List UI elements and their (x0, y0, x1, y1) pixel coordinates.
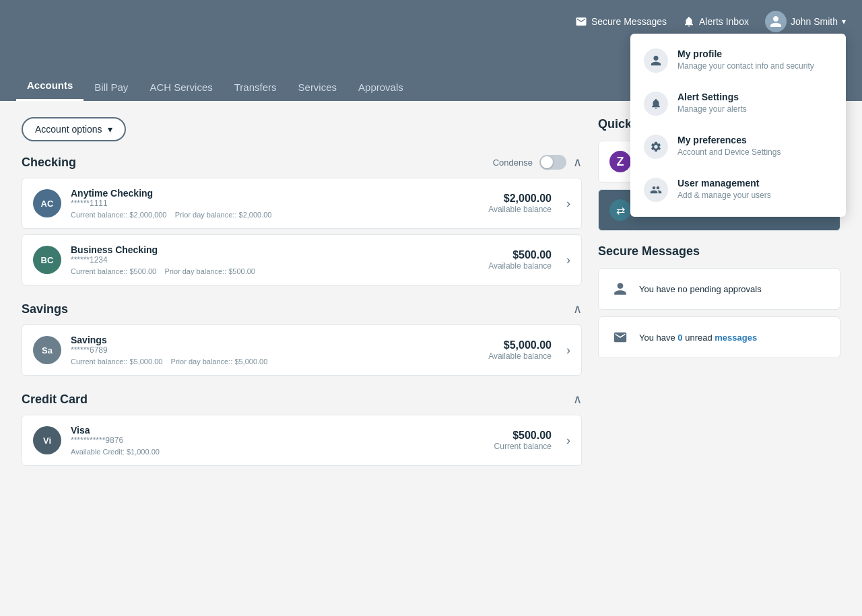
checking-collapse-button[interactable]: ∧ (573, 155, 582, 170)
account-info: Anytime Checking ******1111 Current bala… (71, 188, 479, 219)
credit-card-collapse-button[interactable]: ∧ (573, 392, 582, 407)
balance-details: Available Credit: $1,000.00 (71, 448, 485, 456)
zelle-icon: Z (609, 151, 631, 172)
nav-transfers[interactable]: Transfers (224, 73, 288, 101)
account-name: Visa (71, 425, 485, 436)
alerts-inbox-link[interactable]: Alerts Inbox (683, 15, 749, 28)
avatar: AC (33, 189, 61, 217)
savings-collapse-button[interactable]: ∧ (573, 302, 582, 316)
my-profile-description: Manage your contact info and security (677, 61, 814, 71)
balance-label: Current balance (494, 442, 552, 451)
header-top: Secure Messages Alerts Inbox John Smith … (0, 0, 862, 67)
account-number: ******1234 (71, 255, 479, 265)
chevron-right-icon: › (566, 343, 570, 357)
balance-label: Available balance (488, 351, 552, 361)
prior-day-balance-label: Prior day balance:: $2,000.00 (175, 211, 272, 219)
user-management-label: User management (677, 178, 771, 189)
balance-section: $2,000.00 Available balance (488, 193, 552, 214)
my-profile-text: My profile Manage your contact info and … (677, 48, 814, 71)
unread-messages-text: You have 0 unread messages (639, 333, 757, 343)
chevron-down-icon: ▾ (842, 17, 846, 26)
dropdown-item-user-management[interactable]: User management Add & manage your users (630, 168, 846, 211)
unread-suffix: unread (683, 333, 712, 343)
unread-prefix: You have (639, 333, 677, 343)
my-profile-label: My profile (677, 48, 814, 59)
secure-messages-title: Secure Messages (598, 244, 840, 259)
user-management-description: Add & manage your users (677, 191, 771, 200)
chevron-right-icon: › (566, 253, 570, 267)
nav-ach-services[interactable]: ACH Services (139, 73, 223, 101)
preferences-text: My preferences Account and Device Settin… (677, 135, 781, 158)
gear-icon (650, 141, 662, 153)
preferences-icon-wrapper (644, 135, 668, 159)
table-row[interactable]: Sa Savings ******6789 Current balance:: … (22, 324, 582, 376)
account-balance: $5,000.00 (488, 339, 552, 351)
account-number: ******1111 (71, 199, 479, 208)
chevron-right-icon: › (566, 434, 570, 448)
user-menu-button[interactable]: John Smith ▾ (765, 11, 846, 32)
balance-details: Current balance:: $5,000.00 Prior day ba… (71, 357, 479, 366)
alerts-inbox-label: Alerts Inbox (699, 16, 749, 27)
unread-count: 0 (677, 333, 682, 343)
dropdown-item-my-preferences[interactable]: My preferences Account and Device Settin… (630, 125, 846, 168)
credit-card-header: Credit Card ∧ (22, 392, 582, 407)
avatar: Sa (33, 336, 61, 364)
condense-toggle[interactable] (539, 155, 566, 170)
nav-billpay[interactable]: Bill Pay (84, 73, 139, 101)
avatar: BC (33, 246, 61, 274)
transfer-icon: ⇄ (609, 199, 631, 221)
unread-messages-card[interactable]: You have 0 unread messages (598, 316, 840, 358)
unread-messages-link[interactable]: messages (715, 333, 757, 343)
credit-card-title: Credit Card (22, 392, 88, 407)
preferences-label: My preferences (677, 135, 781, 145)
nav-accounts[interactable]: Accounts (16, 71, 84, 101)
table-row[interactable]: Vi Visa ***********9876 Available Credit… (22, 415, 582, 466)
envelope-icon (575, 15, 587, 28)
secure-messages-link[interactable]: Secure Messages (575, 15, 667, 28)
users-icon (650, 184, 662, 196)
dropdown-item-my-profile[interactable]: My profile Manage your contact info and … (630, 39, 846, 82)
balance-label: Available balance (488, 205, 552, 214)
toggle-knob (541, 156, 553, 168)
account-info: Visa ***********9876 Available Credit: $… (71, 425, 485, 456)
person-check-icon (609, 278, 631, 300)
savings-section: Savings ∧ Sa Savings ******6789 Current … (22, 302, 582, 376)
nav-services[interactable]: Services (288, 73, 348, 101)
credit-card-section: Credit Card ∧ Vi Visa ***********9876 Av… (22, 392, 582, 466)
checking-controls: Condense ∧ (493, 155, 582, 170)
checking-title: Checking (22, 156, 76, 170)
balance-details: Current balance:: $500.00 Prior day bala… (71, 267, 479, 275)
avatar: Vi (33, 426, 61, 454)
secure-messages-section: Secure Messages You have no pending appr… (598, 244, 840, 358)
condense-label: Condense (493, 158, 533, 168)
alert-settings-text: Alert Settings Manage your alerts (677, 92, 747, 114)
person-icon (769, 15, 783, 28)
balance-section: $500.00 Current balance (494, 430, 552, 451)
account-name: Business Checking (71, 244, 479, 255)
header-actions: Secure Messages Alerts Inbox John Smith … (575, 11, 846, 32)
table-row[interactable]: BC Business Checking ******1234 Current … (22, 234, 582, 285)
table-row[interactable]: AC Anytime Checking ******1111 Current b… (22, 178, 582, 229)
preferences-description: Account and Device Settings (677, 147, 781, 157)
no-pending-approvals-card[interactable]: You have no pending approvals (598, 268, 840, 310)
avatar (765, 11, 787, 32)
account-info: Business Checking ******1234 Current bal… (71, 244, 479, 275)
balance-section: $5,000.00 Available balance (488, 339, 552, 361)
savings-header: Savings ∧ (22, 302, 582, 316)
account-options-button[interactable]: Account options ▾ (22, 117, 126, 141)
no-pending-approvals-text: You have no pending approvals (639, 284, 762, 294)
current-balance-label: Current balance:: $2,000,000 (71, 211, 167, 219)
account-name: Anytime Checking (71, 188, 479, 199)
profile-icon-wrapper (644, 48, 668, 73)
dropdown-item-alert-settings[interactable]: Alert Settings Manage your alerts (630, 82, 846, 125)
checking-section: Checking Condense ∧ AC Anytime Checking … (22, 155, 582, 285)
account-balance: $500.00 (488, 249, 552, 261)
savings-title: Savings (22, 302, 68, 316)
bell-icon (683, 15, 695, 28)
user-management-text: User management Add & manage your users (677, 178, 771, 201)
user-dropdown-menu: My profile Manage your contact info and … (630, 34, 846, 217)
alert-settings-label: Alert Settings (677, 92, 747, 102)
nav-approvals[interactable]: Approvals (347, 73, 414, 101)
account-balance: $500.00 (494, 430, 552, 442)
alert-settings-description: Manage your alerts (677, 104, 747, 114)
